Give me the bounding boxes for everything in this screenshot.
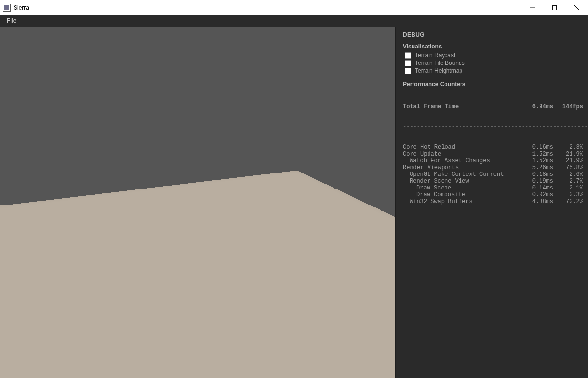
- perf-counters: Total Frame Time 6.94ms 144fps ---------…: [403, 90, 583, 219]
- checkbox-label: Terrain Tile Bounds: [415, 60, 465, 66]
- perf-row: Win32 Swap Buffers4.88ms70.2%: [403, 198, 583, 205]
- perf-row-ms: 0.02ms: [523, 191, 553, 198]
- perf-row: Core Update1.52ms21.9%: [403, 151, 583, 158]
- menu-file[interactable]: File: [3, 16, 20, 25]
- perf-row-name: Render Viewports: [403, 164, 523, 171]
- perf-row-pct: 21.9%: [553, 151, 583, 158]
- perf-row-ms: 0.16ms: [523, 144, 553, 151]
- close-button[interactable]: [566, 0, 588, 15]
- terrain-plane: [0, 171, 396, 378]
- perf-row-ms: 0.18ms: [523, 171, 553, 178]
- perf-row-name: Core Update: [403, 151, 523, 158]
- app-icon: [3, 4, 11, 12]
- checkbox-terrain-tile-bounds[interactable]: Terrain Tile Bounds: [405, 60, 583, 66]
- perf-row-name: Render Scene View: [403, 178, 523, 185]
- perf-row-pct: 2.3%: [553, 144, 583, 151]
- perf-row: OpenGL Make Context Current0.18ms2.6%: [403, 171, 583, 178]
- perf-row: Render Viewports5.26ms75.8%: [403, 164, 583, 171]
- checkbox-terrain-raycast[interactable]: Terrain Raycast: [405, 52, 583, 59]
- perf-row-name: Draw Scene: [403, 185, 523, 191]
- perf-row: Watch For Asset Changes1.52ms21.9%: [403, 158, 583, 164]
- perf-total-ms: 6.94ms: [523, 103, 553, 110]
- perf-row: Draw Composite0.02ms0.3%: [403, 191, 583, 198]
- perf-row-ms: 1.52ms: [523, 151, 553, 158]
- checkbox-icon: [405, 60, 411, 66]
- perf-row-pct: 2.1%: [553, 185, 583, 191]
- perf-row-pct: 0.3%: [553, 191, 583, 198]
- perf-row-pct: 75.8%: [553, 164, 583, 171]
- window-controls: [521, 0, 588, 15]
- perf-row-name: OpenGL Make Context Current: [403, 171, 523, 178]
- perf-separator: ----------------------------------------…: [403, 124, 583, 130]
- maximize-icon: [552, 5, 557, 10]
- debug-panel-title: DEBUG: [403, 32, 583, 38]
- app-window: Sierra File DEBUG Visualisations: [0, 0, 588, 378]
- checkbox-icon: [405, 68, 411, 74]
- perf-row-name: Draw Composite: [403, 191, 523, 198]
- svg-rect-1: [553, 5, 557, 10]
- perf-row-pct: 21.9%: [553, 158, 583, 164]
- perf-total-fps: 144fps: [553, 103, 583, 110]
- perf-row-name: Watch For Asset Changes: [403, 158, 523, 164]
- checkbox-terrain-heightmap[interactable]: Terrain Heightmap: [405, 67, 583, 74]
- checkbox-label: Terrain Heightmap: [415, 67, 462, 74]
- close-icon: [574, 5, 579, 10]
- perf-row: Draw Scene0.14ms2.1%: [403, 185, 583, 191]
- debug-panel: DEBUG Visualisations Terrain Raycast Ter…: [396, 27, 588, 378]
- perf-total-name: Total Frame Time: [403, 103, 523, 110]
- perf-row-ms: 4.88ms: [523, 198, 553, 205]
- window-title: Sierra: [14, 4, 29, 11]
- checkbox-label: Terrain Raycast: [415, 52, 455, 59]
- scene-viewport[interactable]: [0, 27, 396, 378]
- menu-bar: File: [0, 15, 588, 27]
- perf-row-pct: 70.2%: [553, 198, 583, 205]
- perf-row: Core Hot Reload0.16ms2.3%: [403, 144, 583, 151]
- visualisations-title: Visualisations: [403, 43, 583, 50]
- minimize-icon: [530, 5, 535, 10]
- minimize-button[interactable]: [521, 0, 543, 15]
- content-area: DEBUG Visualisations Terrain Raycast Ter…: [0, 27, 588, 378]
- perf-row-ms: 1.52ms: [523, 158, 553, 164]
- title-bar[interactable]: Sierra: [0, 0, 588, 15]
- perf-total-row: Total Frame Time 6.94ms 144fps: [403, 103, 583, 110]
- perf-row-name: Win32 Swap Buffers: [403, 198, 523, 205]
- perf-row-ms: 0.14ms: [523, 185, 553, 191]
- checkbox-icon: [405, 52, 411, 59]
- perf-row-pct: 2.7%: [553, 178, 583, 185]
- perf-counters-title: Performance Counters: [403, 81, 583, 88]
- perf-row-name: Core Hot Reload: [403, 144, 523, 151]
- perf-row-ms: 0.19ms: [523, 178, 553, 185]
- maximize-button[interactable]: [543, 0, 566, 15]
- perf-row: Render Scene View0.19ms2.7%: [403, 178, 583, 185]
- perf-row-ms: 5.26ms: [523, 164, 553, 171]
- perf-row-pct: 2.6%: [553, 171, 583, 178]
